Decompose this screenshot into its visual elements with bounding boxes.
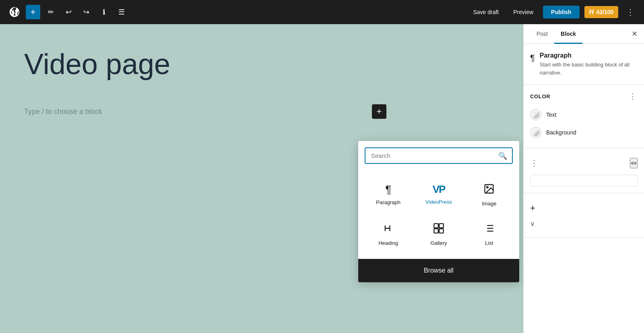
heading-label: Heading	[378, 240, 398, 246]
save-draft-button[interactable]: Save draft	[468, 6, 504, 18]
block-item-paragraph[interactable]: ¶ Paragraph	[365, 177, 412, 213]
block-type-details: Paragraph Start with the basic building …	[540, 52, 638, 77]
block-style-select[interactable]	[530, 175, 638, 186]
block-row: Type / to choose a block +	[24, 104, 386, 119]
wp-logo	[6, 4, 23, 20]
svg-point-1	[487, 186, 488, 188]
score-badge[interactable]: H 43/100	[584, 6, 618, 18]
color-section-header: Color ⋮	[530, 91, 638, 101]
videopress-label: VideoPress	[425, 199, 452, 205]
block-search-area: 🔍	[358, 141, 519, 170]
sidebar-extra-section-2: + ∨	[524, 193, 644, 238]
undo-button[interactable]: ↩	[61, 5, 76, 19]
list-label: List	[485, 240, 493, 246]
search-icon-button[interactable]: 🔍	[493, 151, 512, 160]
block-search-input[interactable]	[365, 148, 493, 163]
svg-rect-2	[434, 223, 438, 228]
videopress-icon: VP	[433, 183, 445, 196]
heading-icon	[383, 223, 394, 237]
block-picker-popup: 🔍 ¶ Paragraph VP VideoPress	[358, 141, 519, 282]
score-value: 43/100	[596, 9, 613, 15]
collapse-button[interactable]: ∨	[530, 220, 535, 228]
svg-rect-3	[439, 223, 444, 228]
more-options-button[interactable]: ⋮	[623, 5, 638, 19]
preview-button[interactable]: Preview	[508, 6, 538, 18]
block-item-videopress[interactable]: VP VideoPress	[415, 177, 462, 213]
block-picker-grid: ¶ Paragraph VP VideoPress Ima	[358, 170, 519, 259]
list-view-button[interactable]: ☰	[114, 5, 129, 19]
block-type-icon: ¶	[530, 53, 535, 63]
paragraph-icon: ¶	[385, 183, 391, 196]
toolbar: + ✏ ↩ ↪ ℹ ☰ Save draft Preview Publish H…	[0, 0, 644, 24]
editor-area[interactable]: Video page Type / to choose a block + 🔍 …	[0, 24, 523, 333]
gallery-icon	[433, 223, 444, 237]
image-icon	[483, 183, 495, 197]
extra-options-button-1[interactable]: ⋮	[530, 158, 538, 168]
block-type-desc: Start with the basic building block of a…	[540, 61, 638, 77]
block-item-image[interactable]: Image	[466, 177, 513, 213]
add-option-button[interactable]: +	[530, 203, 535, 213]
block-item-heading[interactable]: Heading	[365, 216, 412, 252]
color-section: Color ⋮ Text Background	[524, 85, 644, 148]
svg-rect-4	[434, 229, 438, 233]
redo-button[interactable]: ↪	[79, 5, 93, 19]
tab-block[interactable]: Block	[554, 24, 582, 44]
text-color-option[interactable]: Text	[530, 106, 638, 124]
options-row-3: ∨	[530, 217, 638, 231]
options-row-1: ⋮ ⇔	[530, 155, 638, 172]
color-section-more-button[interactable]: ⋮	[628, 91, 638, 101]
color-section-title: Color	[530, 93, 550, 99]
tab-post[interactable]: Post	[530, 24, 554, 44]
adjust-icon-button[interactable]: ⇔	[630, 158, 638, 168]
page-title: Video page	[24, 48, 499, 80]
search-wrapper: 🔍	[365, 147, 513, 164]
info-button[interactable]: ℹ	[97, 5, 111, 19]
block-placeholder-text[interactable]: Type / to choose a block	[24, 108, 102, 116]
sidebar-header: Post Block ✕	[524, 24, 644, 44]
background-color-option[interactable]: Background	[530, 124, 638, 141]
options-row-2: +	[530, 200, 638, 217]
close-sidebar-button[interactable]: ✕	[628, 27, 641, 40]
main-layout: Video page Type / to choose a block + 🔍 …	[0, 24, 644, 333]
edit-mode-button[interactable]: ✏	[43, 5, 58, 19]
browse-all-button[interactable]: Browse all	[358, 259, 519, 282]
inline-add-block-button[interactable]: +	[372, 104, 386, 119]
list-icon	[483, 223, 495, 237]
search-icon: 🔍	[498, 152, 507, 160]
image-label: Image	[482, 201, 496, 207]
toolbar-right: Save draft Preview Publish H 43/100 ⋮	[468, 5, 638, 19]
gallery-label: Gallery	[430, 240, 447, 246]
text-color-circle	[530, 109, 541, 120]
background-color-label: Background	[546, 129, 576, 136]
block-item-list[interactable]: List	[466, 216, 513, 252]
sidebar-extra-section-1: ⋮ ⇔	[524, 148, 644, 193]
sidebar-block-info: ¶ Paragraph Start with the basic buildin…	[524, 44, 644, 85]
text-color-label: Text	[546, 112, 557, 118]
paragraph-label: Paragraph	[376, 199, 400, 205]
score-icon: H	[589, 8, 594, 16]
sidebar: Post Block ✕ ¶ Paragraph Start with the …	[523, 24, 644, 333]
publish-button[interactable]: Publish	[543, 6, 580, 19]
background-color-circle	[530, 127, 541, 138]
block-type-name: Paragraph	[540, 52, 638, 59]
block-item-gallery[interactable]: Gallery	[415, 216, 462, 252]
add-block-toolbar-button[interactable]: +	[26, 5, 40, 19]
svg-rect-5	[439, 229, 444, 233]
